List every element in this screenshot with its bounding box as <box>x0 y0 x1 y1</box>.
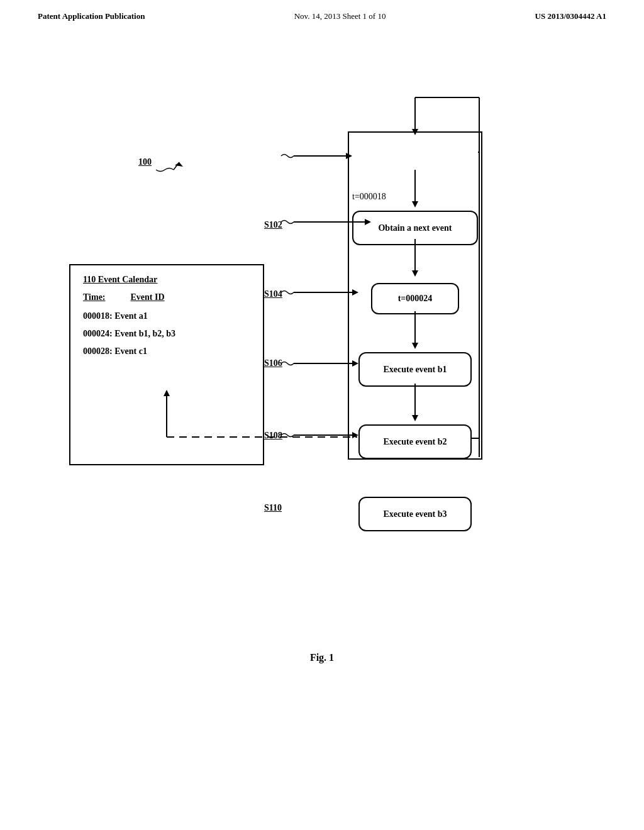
header-publication-label: Patent Application Publication <box>38 11 145 21</box>
box-execute-b1: Execute event b1 <box>358 352 472 387</box>
col-event-id: Event ID <box>131 292 165 302</box>
step-label-s102: S102 <box>264 220 282 230</box>
ref-number-100: 100 <box>138 157 152 167</box>
step-label-s108: S108 <box>264 431 282 441</box>
calendar-row-0: 000018: Event a1 <box>83 311 250 321</box>
calendar-row-2: 000028: Event c1 <box>83 346 250 357</box>
step-label-s110: S110 <box>264 503 282 513</box>
box-execute-b3: Execute event b3 <box>358 497 472 531</box>
step-label-s104: S104 <box>264 289 282 299</box>
box-execute-b2: Execute event b2 <box>358 424 472 459</box>
event-calendar-box: 110 Event Calendar Time: Event ID 000018… <box>69 264 264 465</box>
diagram-area: 100 t=000018 S102 S104 S106 S108 S110 Ob… <box>0 75 644 767</box>
header-patent-number: US 2013/0304442 A1 <box>535 11 606 21</box>
page-header: Patent Application Publication Nov. 14, … <box>0 0 644 21</box>
box-obtain-next-event: Obtain a next event <box>352 211 478 245</box>
header-date-sheet: Nov. 14, 2013 Sheet 1 of 10 <box>294 11 386 21</box>
calendar-row-1: 000024: Event b1, b2, b3 <box>83 329 250 339</box>
figure-caption: Fig. 1 <box>310 652 334 663</box>
calendar-column-headers: Time: Event ID <box>83 292 250 302</box>
calendar-title: 110 Event Calendar <box>83 275 250 285</box>
t-label-000018: t=000018 <box>352 192 386 202</box>
box-t000024: t=000024 <box>371 283 459 314</box>
col-time: Time: <box>83 292 106 302</box>
step-label-s106: S106 <box>264 358 282 368</box>
